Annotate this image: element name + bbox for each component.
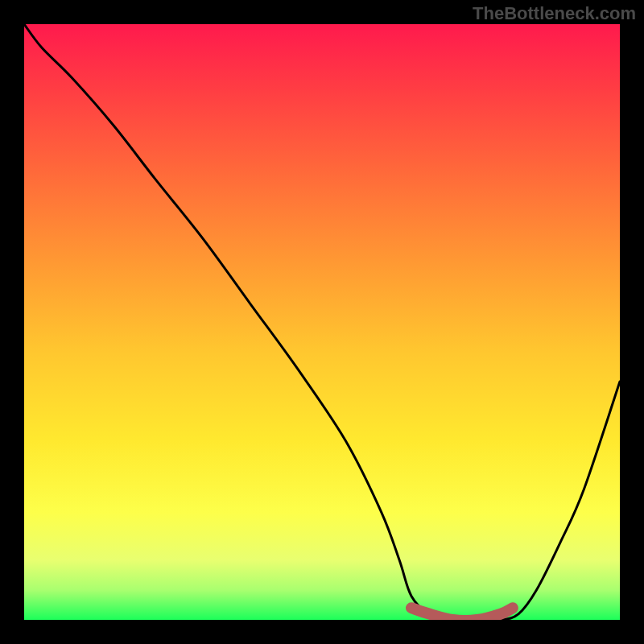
bottleneck-curve-path [24, 24, 620, 620]
chart-container: TheBottleneck.com [0, 0, 644, 644]
watermark-text: TheBottleneck.com [473, 3, 636, 24]
minimum-marker-path [411, 608, 513, 620]
curve-overlay [24, 24, 620, 620]
